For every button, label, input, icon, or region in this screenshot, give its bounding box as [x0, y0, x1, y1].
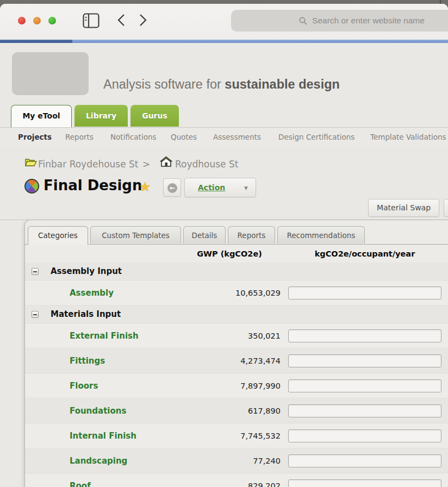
gwp-value: 7,745,532 [240, 432, 281, 440]
search-placeholder: Search or enter website name [312, 16, 425, 26]
breadcrumb-structure-link[interactable]: Roydhouse St [175, 159, 238, 170]
design-pie-icon [24, 179, 39, 193]
table-group-row: Materials Input [25, 305, 448, 323]
gwp-value: 77,240 [253, 457, 281, 465]
secondary-nav: ProjectsReportsNotificationsQuotesAssess… [0, 127, 448, 147]
column-header-occupant-year: kgCO2e/occupant/year [283, 246, 446, 262]
category-link-assembly[interactable]: Assembly [70, 288, 114, 298]
star-icon[interactable]: ★ [139, 179, 151, 195]
nav-item-design-certifications[interactable]: Design Certifications [278, 133, 354, 141]
action-dropdown-button[interactable]: Action ▼ [184, 178, 256, 197]
content-tab-details[interactable]: Details [183, 226, 226, 244]
clipped-toolbar-button[interactable] [444, 199, 448, 217]
table-row: Floors7,897,990 [25, 373, 448, 398]
etool-logo-placeholder [12, 52, 89, 95]
page-title: Analysis software for sustainable design [103, 77, 340, 92]
occupant-year-input[interactable] [288, 286, 441, 299]
collapse-toggle-icon[interactable] [32, 311, 39, 318]
browser-search-input[interactable]: Search or enter website name [231, 10, 448, 32]
tagline-bold: sustainable design [225, 77, 340, 91]
content-tab-categories[interactable]: Categories [28, 226, 88, 245]
nav-item-reports[interactable]: Reports [65, 133, 94, 141]
category-link-landscaping[interactable]: Landscaping [70, 456, 127, 466]
house-icon [160, 156, 172, 167]
gwp-value: 617,890 [248, 407, 281, 415]
category-link-internal-finish[interactable]: Internal Finish [70, 431, 136, 441]
close-window-button[interactable] [18, 17, 26, 24]
collapse-header-button[interactable]: ← [163, 178, 181, 197]
nav-item-notifications[interactable]: Notifications [110, 133, 157, 141]
group-label: Assembly Input [51, 266, 122, 276]
occupant-year-input[interactable] [288, 479, 441, 487]
forward-navigation-icon[interactable] [139, 14, 147, 27]
tab-my-etool[interactable]: My eTool [11, 105, 72, 127]
zoom-window-button[interactable] [48, 17, 56, 24]
back-arrow-icon: ← [167, 183, 177, 193]
etool-page: Analysis software for sustainable design… [0, 43, 448, 487]
occupant-year-input[interactable] [288, 329, 441, 342]
minimize-window-button[interactable] [33, 17, 41, 24]
occupant-year-input[interactable] [288, 379, 441, 392]
tagline-prefix: Analysis software for [103, 77, 221, 91]
group-label: Materials Input [51, 309, 121, 319]
content-tab-reports[interactable]: Reports [228, 226, 275, 244]
table-row: Fittings4,273,474 [25, 348, 448, 373]
table-group-row: Assembly Input [25, 263, 448, 280]
category-link-roof[interactable]: Roof [70, 481, 91, 487]
category-link-fittings[interactable]: Fittings [70, 356, 105, 366]
gwp-value: 4,273,474 [240, 357, 281, 365]
occupant-year-input[interactable] [288, 454, 441, 467]
occupant-year-input[interactable] [288, 429, 441, 442]
nav-item-quotes[interactable]: Quotes [171, 133, 197, 141]
occupant-year-input[interactable] [288, 404, 441, 417]
column-header-gwp: GWP (kgCO2e) [176, 246, 283, 262]
category-link-foundations[interactable]: Foundations [70, 406, 126, 416]
table-row: Roof829,202 [25, 473, 448, 487]
occupant-year-input[interactable] [288, 354, 441, 367]
table-row: Internal Finish7,745,532 [25, 423, 448, 448]
browser-window: Search or enter website name Analysis so… [0, 4, 448, 487]
browser-toolbar: Search or enter website name [0, 4, 448, 40]
gwp-value: 7,897,990 [240, 382, 281, 390]
table-row: Assembly10,653,029 [25, 280, 448, 305]
back-navigation-icon[interactable] [117, 14, 126, 27]
search-icon [298, 16, 308, 26]
category-link-external-finish[interactable]: External Finish [70, 331, 139, 341]
results-panel: CategoriesCustom TemplatesDetailsReports… [24, 220, 448, 487]
breadcrumb-separator: > [142, 159, 150, 170]
categories-table: Assembly InputAssembly10,653,029Material… [25, 263, 448, 487]
tab-gurus[interactable]: Gurus [130, 105, 179, 127]
results-tabstrip: CategoriesCustom TemplatesDetailsReports… [25, 226, 448, 245]
minus-glyph [33, 271, 37, 272]
action-label: Action [198, 183, 225, 192]
sidebar-toggle-icon[interactable] [83, 13, 99, 28]
folder-icon [24, 157, 37, 167]
nav-item-assessments[interactable]: Assessments [213, 133, 261, 141]
gwp-value: 350,021 [248, 332, 281, 340]
gwp-value: 10,653,029 [235, 289, 281, 297]
nav-item-template-validations[interactable]: Template Validations [370, 133, 446, 141]
table-row: Foundations617,890 [25, 398, 448, 423]
table-row: External Finish350,021 [25, 323, 448, 348]
tab-library[interactable]: Library [74, 105, 128, 127]
content-tab-custom-templates[interactable]: Custom Templates [90, 226, 181, 244]
design-title: Final Design [43, 177, 142, 193]
material-swap-button[interactable]: Material Swap [368, 199, 439, 217]
minus-glyph [33, 314, 37, 315]
category-link-floors[interactable]: Floors [70, 381, 98, 391]
table-row: Landscaping77,240 [25, 448, 448, 473]
chevron-down-icon: ▼ [244, 185, 248, 191]
nav-item-projects[interactable]: Projects [18, 133, 52, 141]
breadcrumb-project-link[interactable]: Finbar Roydehouse St [38, 159, 139, 170]
collapse-toggle-icon[interactable] [32, 268, 39, 275]
gwp-value: 829,202 [248, 482, 281, 487]
content-tab-recommendations[interactable]: Recommendations [277, 226, 365, 244]
